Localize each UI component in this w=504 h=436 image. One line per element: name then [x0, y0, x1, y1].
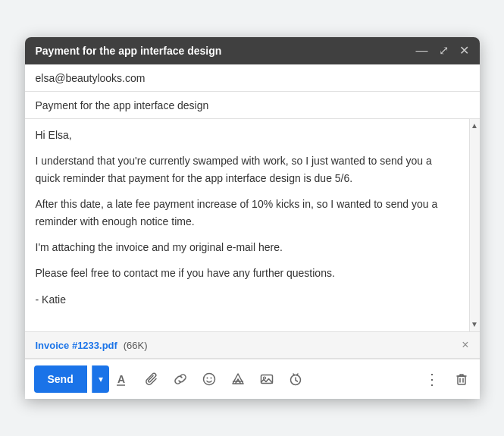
attachment-bar: Invoice #1233.pdf (66K) × [25, 331, 480, 359]
expand-button[interactable]: ⤢ [439, 45, 449, 57]
subject-field[interactable]: Payment for the app interface design [25, 92, 480, 119]
title-bar: Payment for the app interface design — ⤢… [25, 37, 480, 64]
toolbar-left: Send ▾ A [34, 365, 305, 393]
toolbar: Send ▾ A [25, 359, 480, 399]
toolbar-icons: A [114, 370, 305, 388]
svg-rect-8 [458, 376, 465, 384]
send-dropdown-button[interactable]: ▾ [92, 365, 109, 393]
attach-icon[interactable] [142, 370, 161, 388]
paragraph1: I understand that you're currently swamp… [36, 152, 459, 187]
compose-title: Payment for the app interface design [36, 45, 222, 57]
paragraph2: After this date, a late fee payment incr… [36, 196, 459, 230]
delete-icon[interactable] [452, 370, 471, 388]
svg-point-4 [210, 378, 211, 379]
title-controls: — ⤢ ✕ [416, 45, 469, 57]
svg-point-3 [206, 378, 208, 379]
toolbar-right: ⋮ [424, 370, 471, 388]
paragraph4: Please feel free to contact me if you ha… [36, 265, 459, 281]
attachment-info: Invoice #1233.pdf (66K) [36, 339, 148, 351]
to-value: elsa@beautylooks.com [36, 72, 146, 84]
to-field[interactable]: elsa@beautylooks.com [25, 64, 480, 92]
attachment-size: (66K) [124, 340, 148, 351]
attachment-close-button[interactable]: × [462, 338, 468, 352]
compose-window: Payment for the app interface design — ⤢… [25, 37, 480, 399]
svg-text:A: A [117, 373, 125, 385]
scroll-up-arrow[interactable]: ▲ [469, 121, 479, 131]
svg-rect-5 [261, 375, 272, 384]
scroll-down-arrow[interactable]: ▼ [469, 319, 479, 330]
drive-icon[interactable] [229, 370, 247, 388]
photo-icon[interactable] [258, 370, 276, 388]
signature: - Katie [36, 291, 459, 308]
svg-point-6 [263, 377, 265, 379]
greeting: Hi Elsa, [36, 127, 459, 143]
link-icon[interactable] [171, 370, 189, 388]
paragraph3: I'm attaching the invoice and my origina… [36, 239, 459, 256]
scrollbar[interactable]: ▲ ▼ [469, 119, 480, 331]
emoji-icon[interactable] [200, 370, 218, 388]
minimize-button[interactable]: — [416, 45, 428, 57]
format-text-icon[interactable]: A [114, 370, 132, 388]
attachment-link[interactable]: Invoice #1233.pdf [36, 340, 117, 351]
subject-value: Payment for the app interface design [36, 99, 209, 111]
more-options-icon[interactable]: ⋮ [424, 370, 442, 388]
body-area[interactable]: Hi Elsa, I understand that you're curren… [25, 119, 480, 331]
schedule-icon[interactable] [286, 370, 305, 388]
svg-point-2 [203, 374, 214, 385]
close-button[interactable]: ✕ [459, 45, 469, 57]
body-content: Hi Elsa, I understand that you're curren… [36, 127, 469, 308]
send-button[interactable]: Send [34, 365, 87, 393]
